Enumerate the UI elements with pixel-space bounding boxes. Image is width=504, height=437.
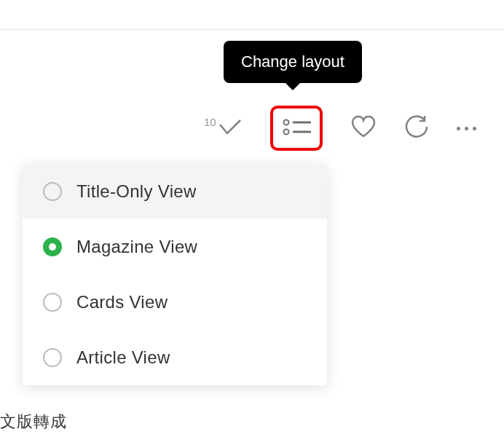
heart-icon <box>350 115 377 141</box>
layout-option-magazine[interactable]: Magazine View <box>23 219 327 275</box>
radio-icon <box>43 348 62 367</box>
tooltip-change-layout: Change layout <box>224 41 362 83</box>
refresh-button[interactable] <box>404 114 429 142</box>
layout-option-article[interactable]: Article View <box>23 330 327 385</box>
more-button[interactable] <box>457 127 476 130</box>
checkmark-icon <box>218 117 243 139</box>
layout-option-cards[interactable]: Cards View <box>23 275 327 330</box>
layout-option-label: Article View <box>76 347 170 368</box>
page-fragment-text: 文版轉成 <box>0 411 67 433</box>
layout-option-label: Cards View <box>76 292 168 312</box>
layout-option-title-only[interactable]: Title-Only View <box>23 164 327 219</box>
change-layout-button[interactable] <box>270 106 323 151</box>
more-dot-icon <box>457 127 460 130</box>
radio-icon <box>43 182 62 201</box>
refresh-icon <box>404 114 429 142</box>
toolbar: 10 <box>204 106 476 151</box>
layout-option-label: Title-Only View <box>76 181 197 202</box>
radio-icon <box>43 293 62 312</box>
more-dot-icon <box>465 127 468 130</box>
svg-point-0 <box>283 120 288 125</box>
layout-dropdown: Title-Only View Magazine View Cards View… <box>23 164 327 385</box>
svg-point-2 <box>283 130 288 135</box>
radio-icon <box>43 237 62 256</box>
tooltip-text: Change layout <box>241 52 344 71</box>
list-icon <box>282 116 311 141</box>
unread-count: 10 <box>204 116 216 128</box>
mark-read-button[interactable]: 10 <box>204 117 243 139</box>
top-divider <box>0 29 504 30</box>
more-dot-icon <box>473 127 476 130</box>
favorite-button[interactable] <box>350 115 377 141</box>
layout-option-label: Magazine View <box>76 237 197 257</box>
